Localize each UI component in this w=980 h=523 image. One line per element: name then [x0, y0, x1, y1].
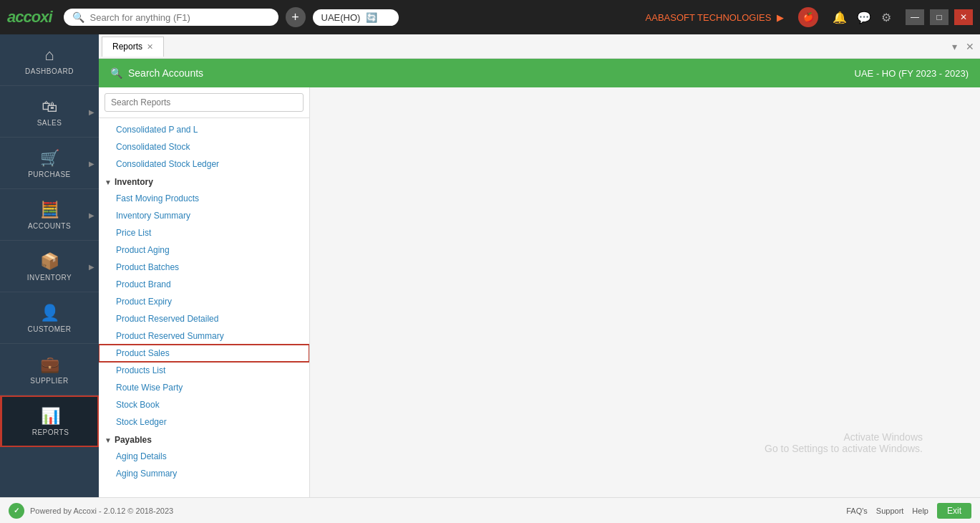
- sidebar-label-dashboard: DASHBOARD: [25, 67, 74, 75]
- sidebar-label-purchase: PURCHASE: [28, 171, 71, 178]
- sidebar-label-sales: SALES: [37, 119, 62, 127]
- section-payables-label: Payables: [115, 435, 152, 445]
- footer-powered-by: Powered by Accoxi - 2.0.12 © 2018-2023: [30, 507, 173, 515]
- sidebar-item-customer[interactable]: 👤 CUSTOMER: [0, 292, 99, 344]
- report-item-product-brand[interactable]: Product Brand: [99, 276, 309, 293]
- minimize-button[interactable]: —: [906, 9, 924, 25]
- support-link[interactable]: Support: [876, 507, 904, 515]
- report-item-consolidated-stock-ledger[interactable]: Consolidated Stock Ledger: [99, 155, 309, 173]
- sidebar: ⌂ DASHBOARD 🛍 SALES ▶ 🛒 PURCHASE ▶ 🧮 ACC…: [0, 34, 99, 497]
- report-header-left: 🔍 Search Accounts: [110, 67, 203, 79]
- sidebar-label-reports: REPORTS: [32, 428, 69, 436]
- sidebar-item-inventory[interactable]: 📦 INVENTORY ▶: [0, 241, 99, 292]
- dashboard-icon: ⌂: [44, 46, 54, 64]
- close-button[interactable]: ✕: [954, 9, 973, 25]
- message-icon[interactable]: 💬: [857, 11, 871, 24]
- settings-icon[interactable]: ⚙: [881, 11, 891, 24]
- branch-selector[interactable]: UAE(HO) 🔄: [313, 9, 399, 26]
- window-controls: — □ ✕: [906, 9, 973, 25]
- report-item-stock-book[interactable]: Stock Book: [99, 396, 309, 413]
- sidebar-item-accounts[interactable]: 🧮 ACCOUNTS ▶: [0, 189, 99, 241]
- report-header-period: UAE - HO (FY 2023 - 2023): [855, 68, 969, 79]
- supplier-icon: 💼: [40, 355, 59, 374]
- accounts-arrow-icon: ▶: [89, 211, 94, 219]
- global-search-input[interactable]: [90, 12, 255, 23]
- branch-name: UAE(HO): [321, 12, 361, 23]
- watermark-line2: Go to Settings to activate Windows.: [765, 443, 923, 454]
- sidebar-label-accounts: ACCOUNTS: [28, 222, 71, 230]
- search-icon: 🔍: [72, 11, 84, 23]
- tab-bar: Reports ✕ ▾ ✕: [99, 34, 980, 59]
- report-item-product-reserved-summary[interactable]: Product Reserved Summary: [99, 327, 309, 345]
- company-arrow-icon[interactable]: ▶: [777, 12, 784, 23]
- tab-close-icon[interactable]: ✕: [147, 42, 153, 52]
- tab-reports-label: Reports: [112, 42, 142, 52]
- accounts-icon: 🧮: [40, 201, 59, 219]
- report-item-aging-summary[interactable]: Aging Summary: [99, 465, 309, 482]
- topbar-icons: 🔔 💬 ⚙: [833, 11, 891, 24]
- report-item-inventory-summary[interactable]: Inventory Summary: [99, 207, 309, 224]
- tab-actions: ▾ ✕: [949, 39, 977, 54]
- content-area: Reports ✕ ▾ ✕ 🔍 Search Accounts UAE - HO…: [99, 34, 980, 497]
- report-item-aging-details[interactable]: Aging Details: [99, 448, 309, 465]
- report-item-price-list[interactable]: Price List: [99, 224, 309, 241]
- topbar: accoxi 🔍 + UAE(HO) 🔄 AABASOFT TECHNOLOGI…: [0, 0, 980, 34]
- report-item-fast-moving-products[interactable]: Fast Moving Products: [99, 190, 309, 207]
- main-layout: ⌂ DASHBOARD 🛍 SALES ▶ 🛒 PURCHASE ▶ 🧮 ACC…: [0, 34, 980, 497]
- notification-icon[interactable]: 🔔: [833, 11, 847, 24]
- report-item-product-aging[interactable]: Product Aging: [99, 241, 309, 259]
- app-logo: accoxi: [7, 8, 52, 27]
- refresh-icon[interactable]: 🔄: [366, 12, 377, 23]
- maximize-button[interactable]: □: [930, 9, 949, 25]
- reports-list: Consolidated P and L Consolidated Stock …: [99, 118, 309, 497]
- purchase-arrow-icon: ▶: [89, 159, 94, 167]
- tab-close-all-button[interactable]: ✕: [963, 39, 977, 54]
- sidebar-label-supplier: SUPPLIER: [30, 377, 68, 385]
- inventory-arrow-icon: ▶: [89, 262, 94, 270]
- report-item-route-wise-party[interactable]: Route Wise Party: [99, 379, 309, 396]
- sidebar-item-purchase[interactable]: 🛒 PURCHASE ▶: [0, 138, 99, 189]
- footer: ✓ Powered by Accoxi - 2.0.12 © 2018-2023…: [0, 497, 980, 523]
- exit-button[interactable]: Exit: [937, 503, 971, 519]
- section-payables[interactable]: ▼ Payables: [99, 431, 309, 448]
- report-item-stock-ledger[interactable]: Stock Ledger: [99, 413, 309, 431]
- avatar[interactable]: 🍎: [798, 7, 818, 27]
- sidebar-label-inventory: INVENTORY: [27, 274, 72, 282]
- footer-logo: ✓: [9, 503, 24, 519]
- report-item-consolidated-pl[interactable]: Consolidated P and L: [99, 121, 309, 138]
- help-link[interactable]: Help: [912, 507, 928, 515]
- sidebar-item-supplier[interactable]: 💼 SUPPLIER: [0, 344, 99, 395]
- report-item-product-sales[interactable]: Product Sales: [99, 345, 309, 362]
- search-reports-container: [99, 87, 309, 118]
- report-item-product-reserved-detailed[interactable]: Product Reserved Detailed: [99, 310, 309, 327]
- inventory-icon: 📦: [40, 252, 59, 271]
- sidebar-label-customer: CUSTOMER: [27, 325, 71, 333]
- section-payables-arrow-icon: ▼: [105, 436, 112, 444]
- watermark-line1: Activate Windows: [765, 431, 923, 443]
- add-button[interactable]: +: [286, 7, 306, 27]
- purchase-icon: 🛒: [40, 149, 59, 168]
- section-inventory[interactable]: ▼ Inventory: [99, 173, 309, 190]
- tab-reports[interactable]: Reports ✕: [102, 37, 164, 57]
- sales-arrow-icon: ▶: [89, 107, 94, 115]
- company-name: AABASOFT TECHNOLOGIES ▶: [643, 12, 784, 23]
- report-item-product-batches[interactable]: Product Batches: [99, 259, 309, 276]
- section-inventory-label: Inventory: [115, 177, 153, 187]
- faq-link[interactable]: FAQ's: [846, 507, 868, 515]
- global-search-bar[interactable]: 🔍: [64, 9, 278, 26]
- section-inventory-arrow-icon: ▼: [105, 178, 112, 186]
- report-header: 🔍 Search Accounts UAE - HO (FY 2023 - 20…: [99, 59, 980, 87]
- report-item-product-expiry[interactable]: Product Expiry: [99, 293, 309, 310]
- report-item-products-list[interactable]: Products List: [99, 362, 309, 379]
- search-reports-input[interactable]: [105, 93, 304, 112]
- sidebar-item-reports[interactable]: 📊 REPORTS: [0, 395, 99, 447]
- tab-dropdown-button[interactable]: ▾: [949, 39, 960, 54]
- report-item-consolidated-stock[interactable]: Consolidated Stock: [99, 138, 309, 155]
- sidebar-item-dashboard[interactable]: ⌂ DASHBOARD: [0, 34, 99, 86]
- watermark: Activate Windows Go to Settings to activ…: [765, 431, 923, 454]
- sidebar-item-sales[interactable]: 🛍 SALES ▶: [0, 86, 99, 138]
- search-accounts-icon: 🔍: [110, 67, 122, 79]
- left-panel: Consolidated P and L Consolidated Stock …: [99, 87, 310, 497]
- footer-right: FAQ's Support Help Exit: [846, 503, 971, 519]
- right-panel: Activate Windows Go to Settings to activ…: [310, 87, 980, 497]
